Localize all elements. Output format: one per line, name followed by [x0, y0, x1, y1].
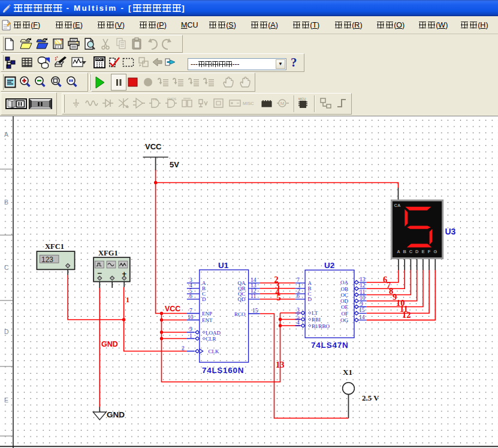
svg-text:VCC: VCC: [165, 305, 180, 313]
svg-text:MISC: MISC: [243, 101, 254, 106]
svg-text:C: C: [4, 264, 9, 271]
svg-text:6: 6: [189, 293, 192, 299]
svg-text:OD: OD: [340, 298, 348, 304]
svg-text:OC: OC: [340, 292, 348, 298]
svg-text:GND: GND: [101, 340, 118, 348]
svg-text:E: E: [421, 249, 424, 254]
svg-text:11: 11: [250, 293, 256, 299]
svg-text:12: 12: [402, 310, 411, 320]
svg-text:D: D: [415, 249, 419, 254]
svg-text:G: G: [433, 249, 437, 254]
svg-text:15: 15: [359, 306, 365, 313]
svg-text:B: B: [4, 199, 8, 206]
svg-text:C: C: [409, 249, 413, 254]
svg-text:RBI: RBI: [312, 317, 321, 323]
svg-text:F: F: [428, 249, 431, 254]
svg-text:CMOS: CMOS: [167, 97, 177, 101]
svg-text:OF: OF: [341, 311, 348, 317]
svg-text:TTL: TTL: [153, 98, 158, 101]
svg-text:QD: QD: [238, 296, 246, 302]
svg-text:5V: 5V: [170, 160, 179, 169]
svg-text:OA: OA: [340, 279, 348, 285]
svg-text:9: 9: [360, 300, 363, 307]
svg-text:D: D: [4, 328, 9, 335]
svg-text:CA: CA: [394, 203, 401, 208]
svg-text:LT: LT: [312, 310, 318, 316]
svg-text:ENT: ENT: [202, 317, 213, 323]
svg-text:MCU: MCU: [298, 97, 306, 101]
svg-text:A: A: [397, 249, 400, 254]
svg-text:B: B: [403, 249, 406, 254]
svg-text:U3: U3: [445, 227, 456, 236]
svg-text:LOAD: LOAD: [206, 330, 221, 336]
svg-text:VCC: VCC: [145, 142, 162, 151]
svg-text:5: 5: [277, 293, 281, 302]
svg-text:E: E: [4, 396, 8, 404]
svg-text:A: A: [4, 131, 8, 138]
svg-text:OB: OB: [340, 286, 348, 292]
svg-text:BI/RBO: BI/RBO: [312, 323, 330, 329]
svg-text:ENP: ENP: [202, 311, 212, 317]
svg-text:15: 15: [252, 307, 258, 314]
svg-text:14: 14: [359, 314, 365, 320]
svg-text:7: 7: [189, 307, 192, 314]
svg-text:1: 1: [189, 332, 192, 339]
svg-text:RCO: RCO: [234, 311, 246, 317]
svg-text:M: M: [280, 101, 285, 106]
svg-text:6: 6: [297, 293, 300, 299]
svg-text:GND: GND: [107, 410, 125, 419]
svg-text:4: 4: [297, 319, 300, 326]
svg-text:13: 13: [360, 276, 366, 282]
svg-text:CLR: CLR: [206, 336, 216, 342]
svg-text:5: 5: [297, 313, 300, 320]
svg-text:10: 10: [188, 314, 194, 320]
svg-text:9: 9: [189, 326, 192, 332]
svg-text:XFC1: XFC1: [45, 242, 64, 251]
svg-text:123: 123: [41, 255, 53, 264]
svg-text:3: 3: [297, 306, 300, 313]
svg-text:D: D: [308, 296, 312, 302]
svg-text:D: D: [202, 296, 206, 302]
svg-text:XFG1: XFG1: [98, 249, 118, 257]
svg-text:OE: OE: [341, 304, 348, 310]
svg-text:OG: OG: [340, 317, 348, 323]
svg-text:CLK: CLK: [209, 348, 220, 354]
svg-text:74LS160N: 74LS160N: [202, 366, 244, 375]
svg-text:13: 13: [276, 360, 285, 369]
svg-text:1: 1: [126, 296, 129, 304]
svg-text:U2: U2: [324, 261, 334, 270]
svg-text:2: 2: [182, 345, 185, 351]
svg-text:74LS47N: 74LS47N: [311, 341, 349, 350]
svg-text:U1: U1: [218, 261, 229, 270]
svg-text:X1: X1: [343, 368, 352, 377]
svg-text:2.5 V: 2.5 V: [362, 393, 379, 402]
